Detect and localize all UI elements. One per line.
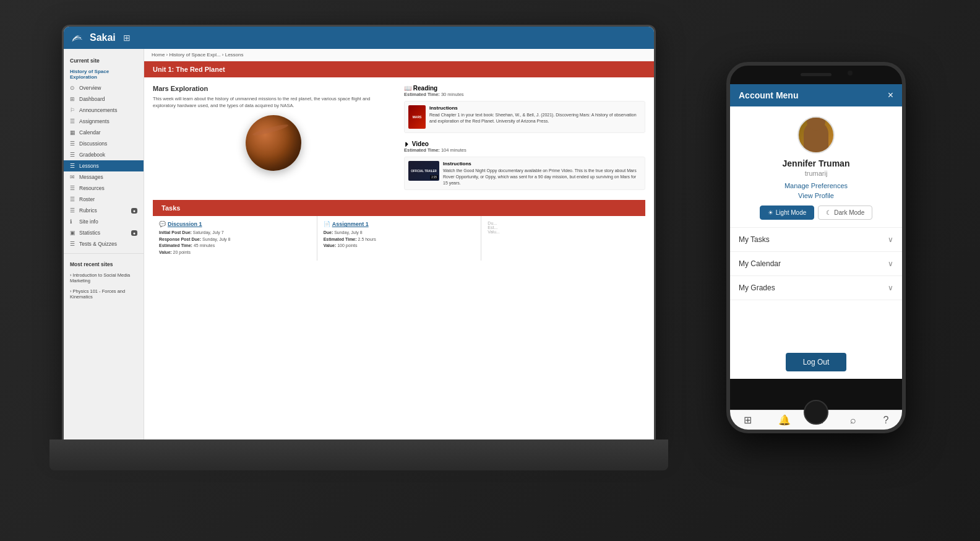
assignment-icon: 📄 [324, 221, 330, 227]
rubrics-icon: ☰ [70, 207, 76, 214]
roster-label: Roster [79, 196, 95, 202]
current-site-label: Current site [64, 54, 144, 66]
nav-bell-icon[interactable]: 🔔 [778, 414, 791, 426]
sakai-main: Home › History of Space Expl... › Lesson… [144, 49, 654, 444]
sidebar-item-messages[interactable]: ✉ Messages [64, 171, 144, 183]
statistics-badge: ● [131, 230, 137, 236]
nav-search-icon[interactable]: ⌕ [850, 415, 856, 426]
sakai-logo: Sakai [71, 32, 116, 44]
dark-mode-label: Dark Mode [834, 209, 864, 216]
account-menu-header: Account Menu × [730, 84, 902, 106]
sidebar-separator [64, 253, 144, 254]
sidebar-item-gradebook[interactable]: ☰ Gradebook [64, 149, 144, 160]
phone-home-button[interactable] [804, 400, 828, 425]
light-mode-label: Light Mode [776, 209, 806, 216]
nav-help-icon[interactable]: ? [883, 415, 888, 426]
calendar-chevron-icon: ∨ [888, 259, 893, 268]
reading-instructions: MARS Instructions Read Chapter 1 in your… [404, 101, 645, 133]
siteinfo-icon: ℹ [70, 219, 76, 225]
content-grid: Mars Exploration This week will learn ab… [153, 85, 645, 190]
my-tasks-section: My Tasks ∨ [730, 228, 902, 252]
video-instructions: OFFICIAL TRAILER 2:35 Instructions Watch… [404, 157, 645, 190]
avatar-image [804, 121, 828, 152]
tests-label: Tests & Quizzes [79, 241, 117, 247]
phone-camera [848, 71, 853, 76]
video-est-time: Estimated Time: 104 minutes [404, 147, 645, 153]
sidebar-item-dashboard[interactable]: ⊞ Dashboard [64, 93, 144, 105]
manage-preferences-link[interactable]: Manage Preferences [784, 182, 848, 189]
account-menu-title: Account Menu [739, 90, 798, 100]
course-name[interactable]: History of Space Exploration [64, 66, 144, 82]
mars-planet-image [246, 115, 301, 171]
task-assignment: 📄 Assignment 1 Due: Sunday, July 8 Estim… [317, 216, 481, 261]
mars-title: Mars Exploration [153, 85, 394, 92]
breadcrumb: Home › History of Space Expl... › Lesson… [144, 49, 654, 61]
account-menu: Account Menu × Jennifer Truman trumarij … [730, 84, 902, 379]
profile-section: Jennifer Truman trumarij Manage Preferen… [730, 106, 902, 228]
rubrics-badge: ● [131, 208, 137, 214]
dark-mode-button[interactable]: ☾ Dark Mode [818, 206, 872, 220]
view-profile-link[interactable]: View Profile [798, 192, 834, 199]
sidebar-item-resources[interactable]: ☰ Resources [64, 183, 144, 194]
close-button[interactable]: × [888, 90, 893, 100]
sakai-sidebar: Current site History of Space Exploratio… [64, 49, 144, 444]
sidebar-item-overview[interactable]: ⊙ Overview [64, 82, 144, 93]
assignment-title[interactable]: Assignment 1 [332, 221, 369, 227]
overview-icon: ⊙ [70, 85, 76, 91]
sidebar-item-siteinfo[interactable]: ℹ Site info [64, 216, 144, 227]
roster-icon: ☰ [70, 196, 76, 202]
my-tasks-header[interactable]: My Tasks ∨ [730, 228, 902, 251]
messages-label: Messages [79, 174, 103, 180]
sidebar-item-discussions[interactable]: ☰ Discussions [64, 138, 144, 149]
sidebar-item-roster[interactable]: ☰ Roster [64, 194, 144, 205]
assignments-label: Assignments [79, 118, 110, 124]
my-calendar-header[interactable]: My Calendar ∨ [730, 252, 902, 275]
avatar [797, 116, 835, 154]
sidebar-item-lessons[interactable]: ☰ Lessons [64, 160, 144, 171]
statistics-label: Statistics [79, 230, 100, 236]
video-instructions-text: Instructions Watch the Good Night Oppy d… [443, 161, 641, 186]
assignments-icon: ☰ [70, 118, 76, 124]
my-calendar-section: My Calendar ∨ [730, 252, 902, 276]
mars-exploration: Mars Exploration This week will learn ab… [153, 85, 394, 190]
grid-icon[interactable]: ⊞ [123, 33, 131, 43]
sidebar-item-statistics[interactable]: ▣ Statistics ● [64, 227, 144, 238]
reading-label: 📖 Reading [404, 85, 645, 92]
sidebar-item-assignments[interactable]: ☰ Assignments [64, 116, 144, 127]
sidebar-item-tests[interactable]: ☰ Tests & Quizzes [64, 238, 144, 249]
sidebar-item-announcements[interactable]: ⚐ Announcements [64, 105, 144, 116]
nav-grid-icon[interactable]: ⊞ [744, 414, 752, 426]
content-section: Mars Exploration This week will learn ab… [144, 77, 654, 268]
sidebar-item-calendar[interactable]: ▦ Calendar [64, 127, 144, 138]
sakai-topbar: Sakai ⊞ [64, 27, 654, 49]
my-grades-header[interactable]: My Grades ∨ [730, 276, 902, 300]
sidebar-recent-physics[interactable]: › Physics 101 - Forces and Kinematics [64, 286, 144, 302]
discussion-details: Initial Post Due: Saturday, July 7 Respo… [159, 230, 311, 256]
mode-toggle: ☀ Light Mode ☾ Dark Mode [760, 206, 872, 220]
reading-est-time: Estimated Time: 30 minutes [404, 92, 645, 97]
laptop-base [49, 439, 668, 470]
menu-sections: My Tasks ∨ My Calendar ∨ My Grades [730, 228, 902, 345]
sakai-app: Sakai ⊞ Current site History of Space Ex… [64, 27, 654, 444]
laptop: Sakai ⊞ Current site History of Space Ex… [49, 25, 668, 483]
calendar-label: Calendar [79, 129, 101, 136]
statistics-icon: ▣ [70, 230, 76, 236]
sidebar-item-rubrics[interactable]: ☰ Rubrics ● [64, 205, 144, 216]
sakai-content: Current site History of Space Exploratio… [64, 49, 654, 444]
task-discussion: 💬 Discussion 1 Initial Post Due: Saturda… [153, 216, 317, 261]
discussion-icon: 💬 [159, 221, 166, 227]
logout-button[interactable]: Log Out [786, 353, 847, 371]
laptop-screen: Sakai ⊞ Current site History of Space Ex… [64, 27, 654, 444]
my-calendar-label: My Calendar [739, 259, 781, 268]
gradebook-label: Gradebook [79, 152, 105, 158]
rubrics-label: Rubrics [79, 207, 97, 214]
resources-label: Resources [79, 185, 105, 191]
my-grades-section: My Grades ∨ [730, 276, 902, 300]
lessons-label: Lessons [79, 163, 99, 169]
book-thumbnail: MARS [408, 105, 426, 129]
light-mode-button[interactable]: ☀ Light Mode [760, 206, 814, 220]
phone-speaker [801, 73, 832, 76]
task-extra-content: Du... Est... Valu... [488, 221, 639, 234]
sidebar-recent-social[interactable]: › Introduction to Social Media Marketing [64, 270, 144, 286]
discussion-title[interactable]: Discussion 1 [168, 221, 202, 227]
